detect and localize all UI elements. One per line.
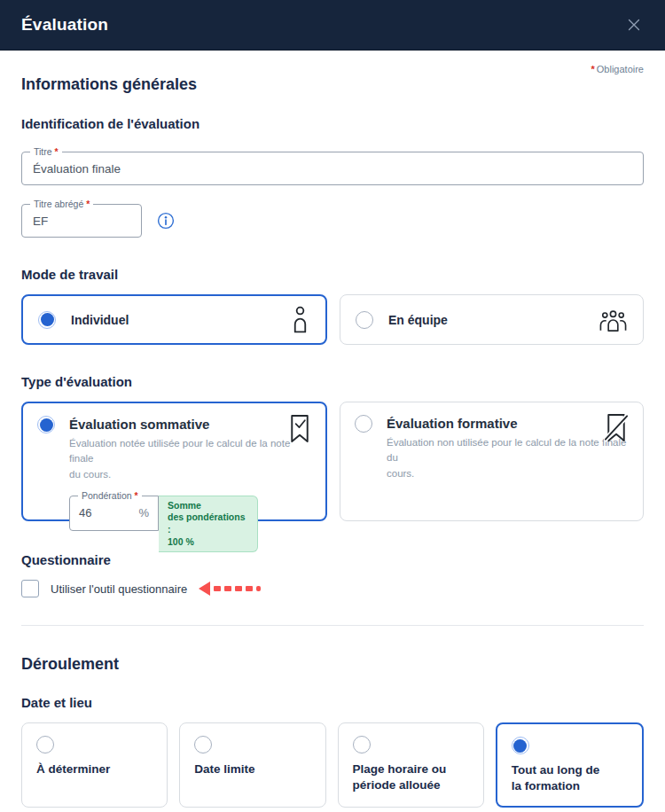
radio-plage-horaire[interactable] xyxy=(353,736,371,753)
required-asterisk: * xyxy=(86,199,90,209)
radio-sommative[interactable] xyxy=(37,416,55,433)
percent-suffix: % xyxy=(138,506,149,519)
mode-option-individuel[interactable]: Individuel xyxy=(21,294,327,345)
radio-a-determiner[interactable] xyxy=(36,736,54,753)
date-option-label: Date limite xyxy=(194,761,254,777)
date-option-a-determiner[interactable]: À déterminer xyxy=(21,722,168,808)
date-option-plage-horaire[interactable]: Plage horaire ou période allouée xyxy=(338,722,484,808)
sum-ponderations-badge: Somme des pondérations : 100 % xyxy=(159,496,258,553)
titre-abrege-field[interactable]: Titre abrégé * EF xyxy=(21,204,142,238)
radio-en-equipe[interactable] xyxy=(356,311,373,329)
ponderation-field[interactable]: Pondération * 46 % xyxy=(69,496,159,531)
date-option-date-limite[interactable]: Date limite xyxy=(179,722,325,808)
date-option-label: Plage horaire ou période allouée xyxy=(353,761,447,793)
radio-tout-au-long[interactable] xyxy=(512,737,529,754)
type-option-description: Évaluation non utilisée pour le calcul d… xyxy=(387,435,629,481)
subsection-title-questionnaire: Questionnaire xyxy=(21,552,644,567)
titre-abrege-field-value: EF xyxy=(33,215,48,228)
attention-arrow-icon xyxy=(199,582,261,596)
subsection-title-date-et-lieu: Date et lieu xyxy=(21,695,644,710)
type-option-sommative[interactable]: Évaluation sommative Évaluation notée ut… xyxy=(21,402,327,521)
required-label: Obligatoire xyxy=(597,64,644,74)
type-option-formative[interactable]: Évaluation formative Évaluation non util… xyxy=(340,402,644,521)
subsection-title-type-evaluation: Type d'évaluation xyxy=(21,374,644,389)
radio-date-limite[interactable] xyxy=(194,736,212,753)
required-asterisk: * xyxy=(135,490,138,501)
modal-header: Évaluation xyxy=(0,0,665,51)
date-option-label: À déterminer xyxy=(36,761,110,777)
group-icon xyxy=(598,308,628,332)
required-asterisk: * xyxy=(55,146,59,157)
ponderation-value: 46 xyxy=(79,506,138,519)
titre-field[interactable]: Titre * Évaluation finale xyxy=(21,152,644,185)
info-icon[interactable] xyxy=(157,212,175,230)
date-option-tout-au-long[interactable]: Tout au long de la formation xyxy=(496,722,644,808)
section-title-informations-generales: Informations générales xyxy=(21,75,644,94)
date-option-label: Tout au long de la formation xyxy=(512,762,599,794)
mode-option-label: Individuel xyxy=(71,313,129,327)
ponderation-field-label: Pondération * xyxy=(78,489,142,502)
type-option-title: Évaluation sommative xyxy=(69,417,311,432)
type-option-description: Évaluation notée utilisée pour le calcul… xyxy=(69,436,311,482)
bookmark-check-icon xyxy=(287,414,312,443)
titre-abrege-field-label: Titre abrégé * xyxy=(30,198,93,210)
close-icon[interactable] xyxy=(622,13,645,36)
radio-individuel[interactable] xyxy=(38,311,56,329)
required-asterisk: * xyxy=(591,64,595,74)
modal-body: *Obligatoire Informations générales Iden… xyxy=(0,51,665,812)
person-icon xyxy=(290,306,310,333)
type-option-title: Évaluation formative xyxy=(387,416,629,431)
required-note: *Obligatoire xyxy=(21,51,644,74)
questionnaire-checkbox[interactable] xyxy=(21,580,39,597)
subsection-title-mode-de-travail: Mode de travail xyxy=(21,267,644,282)
mode-option-label: En équipe xyxy=(388,313,448,327)
ponderation-group: Pondération * 46 % Somme des pondération… xyxy=(69,496,311,553)
section-title-deroulement: Déroulement xyxy=(21,655,644,674)
radio-formative[interactable] xyxy=(355,415,372,433)
section-divider xyxy=(21,625,644,626)
titre-field-label: Titre * xyxy=(30,145,62,158)
subsection-title-identification: Identification de l'évaluation xyxy=(21,116,644,131)
titre-field-value: Évaluation finale xyxy=(33,162,121,176)
mode-option-en-equipe[interactable]: En équipe xyxy=(340,294,644,345)
questionnaire-checkbox-label[interactable]: Utiliser l'outil questionnaire xyxy=(51,582,187,596)
modal-title: Évaluation xyxy=(21,15,108,35)
bookmark-slash-icon xyxy=(604,413,630,442)
